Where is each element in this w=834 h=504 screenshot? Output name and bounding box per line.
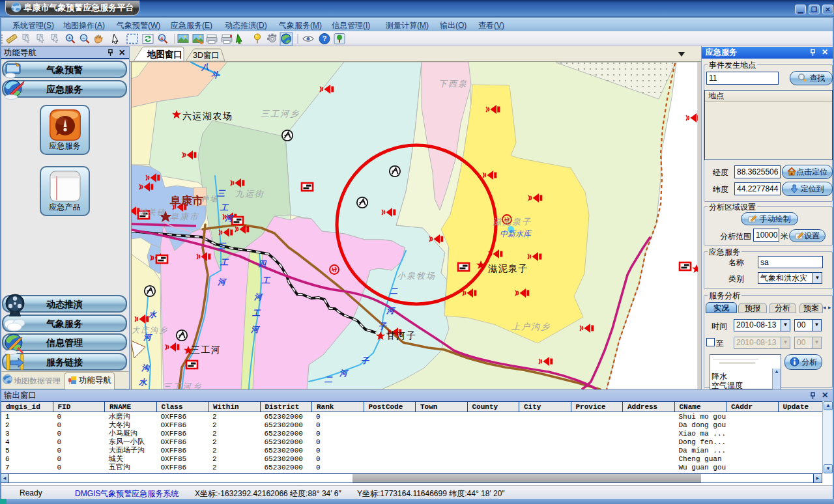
svg-text:水: 水 (138, 378, 147, 387)
svg-text:九运街: 九运街 (235, 189, 265, 199)
svg-text:小泉牧场: 小泉牧场 (397, 271, 436, 281)
svg-text:二: 二 (324, 375, 333, 384)
svg-text:−: − (82, 35, 85, 41)
svg-text:沟: 沟 (141, 363, 151, 372)
svg-text:三工河乡: 三工河乡 (261, 109, 300, 119)
svg-text:工: 工 (261, 276, 271, 285)
svg-text:城关镇: 城关镇 (139, 208, 166, 217)
svg-text:二: 二 (389, 287, 398, 296)
svg-text:种场: 种场 (201, 195, 218, 203)
svg-text:三工河: 三工河 (191, 344, 222, 355)
svg-text:子: 子 (379, 322, 387, 331)
svg-text:中新水库: 中新水库 (500, 229, 532, 238)
svg-text:水: 水 (148, 310, 157, 319)
svg-text:三: 三 (216, 189, 226, 198)
svg-text:三工河乡: 三工河乡 (163, 382, 202, 389)
svg-text:斗: 斗 (211, 70, 220, 79)
svg-text:三: 三 (217, 242, 227, 251)
svg-text:地图窗口: 地图窗口 (147, 49, 182, 59)
svg-text:±: ± (160, 35, 164, 41)
svg-text:下西泉: 下西泉 (439, 79, 468, 89)
svg-text:工: 工 (252, 309, 261, 318)
svg-text:四: 四 (258, 259, 267, 268)
svg-text:3D窗口: 3D窗口 (193, 51, 220, 60)
svg-text:子: 子 (361, 356, 369, 365)
svg-text:甘河子: 甘河子 (386, 330, 417, 341)
svg-text:六运湖农场: 六运湖农场 (182, 111, 233, 121)
svg-text:八: 八 (201, 63, 209, 72)
svg-text:阜康市: 阜康市 (169, 194, 203, 207)
svg-text:滋泥泉子: 滋泥泉子 (488, 263, 528, 273)
svg-text:?: ? (323, 35, 327, 42)
svg-text:阜康市: 阜康市 (170, 212, 199, 221)
svg-text:上户沟乡: 上户沟乡 (511, 322, 551, 331)
svg-text:滋泥泉子: 滋泥泉子 (493, 217, 532, 227)
svg-text:工: 工 (220, 203, 229, 212)
svg-text:工: 工 (220, 258, 229, 267)
svg-text:+: + (68, 35, 71, 41)
